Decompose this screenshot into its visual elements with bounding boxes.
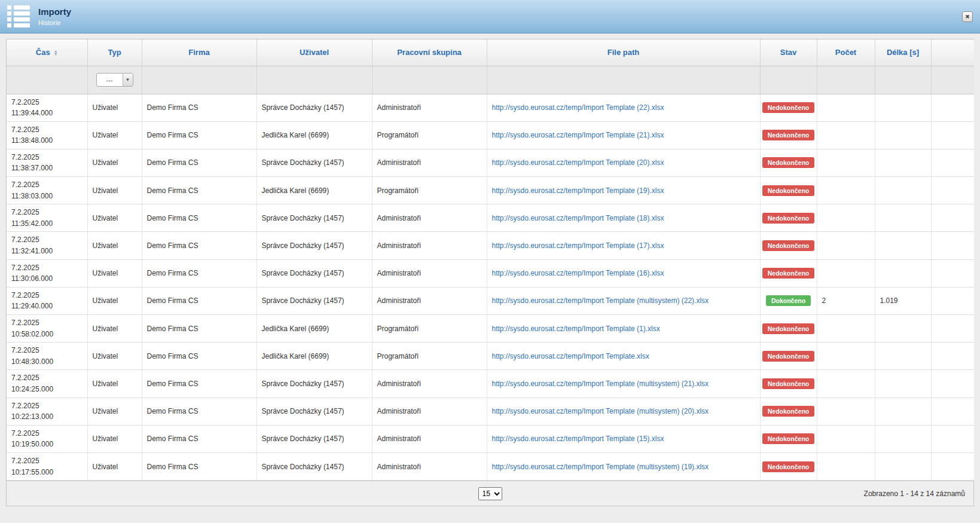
cell-pocet: 2 bbox=[817, 287, 875, 314]
cell-cas: 7.2.202511:38:37.000 bbox=[7, 149, 87, 176]
list-menu-icon[interactable] bbox=[7, 5, 30, 28]
column-header-delka[interactable]: Délka [s] bbox=[875, 39, 931, 66]
cell-skupina: Programátoři bbox=[372, 342, 487, 370]
cell-typ: Uživatel bbox=[87, 121, 142, 149]
file-path-link[interactable]: http://sysdo.eurosat.cz/temp/Import Temp… bbox=[492, 407, 709, 415]
header-bar: Importy Historie ✖ bbox=[0, 0, 980, 33]
sort-icons: ▲▼ bbox=[54, 50, 58, 56]
cell-spacer bbox=[931, 232, 974, 259]
column-header-cas[interactable]: Čas ▲▼ bbox=[7, 39, 87, 66]
cell-pocet bbox=[817, 204, 875, 232]
filter-row: --- ▼ bbox=[7, 66, 974, 94]
column-label: Čas bbox=[36, 48, 50, 57]
cell-firma: Demo Firma CS bbox=[142, 94, 257, 121]
cell-delka bbox=[875, 397, 931, 425]
column-header-uzivatel[interactable]: Uživatel bbox=[257, 39, 372, 66]
cell-skupina: Administratoři bbox=[372, 94, 487, 121]
cell-uzivatel: Jedlička Karel (6699) bbox=[257, 177, 372, 204]
cell-uzivatel: Správce Docházky (1457) bbox=[257, 425, 372, 452]
cell-skupina: Programátoři bbox=[372, 315, 487, 342]
column-header-typ[interactable]: Typ bbox=[87, 39, 142, 66]
file-path-link[interactable]: http://sysdo.eurosat.cz/temp/Import Temp… bbox=[492, 352, 649, 360]
table-row: 7.2.202511:32:41.000UživatelDemo Firma C… bbox=[7, 232, 974, 259]
column-header-file-path[interactable]: File path bbox=[487, 39, 760, 66]
file-path-link[interactable]: http://sysdo.eurosat.cz/temp/Import Temp… bbox=[492, 269, 664, 277]
table-row: 7.2.202511:35:42.000UživatelDemo Firma C… bbox=[7, 204, 974, 232]
cell-skupina: Administratoři bbox=[372, 259, 487, 287]
cell-file-path: http://sysdo.eurosat.cz/temp/Import Temp… bbox=[487, 425, 760, 452]
cell-pocet bbox=[817, 370, 875, 397]
cell-uzivatel: Správce Docházky (1457) bbox=[257, 232, 372, 259]
cell-file-path: http://sysdo.eurosat.cz/temp/Import Temp… bbox=[487, 204, 760, 232]
cell-stav: Nedokončeno bbox=[760, 397, 817, 425]
column-header-pracovni-skupina[interactable]: Pracovní skupina bbox=[372, 39, 487, 66]
cell-typ: Uživatel bbox=[87, 342, 142, 370]
records-summary: Zobrazeno 1 - 14 z 14 záznamů bbox=[864, 490, 973, 498]
cell-pocet bbox=[817, 121, 875, 149]
cell-skupina: Administratoři bbox=[372, 397, 487, 425]
table-row: 7.2.202511:38:37.000UživatelDemo Firma C… bbox=[7, 149, 974, 176]
cell-pocet bbox=[817, 425, 875, 452]
file-path-link[interactable]: http://sysdo.eurosat.cz/temp/Import Temp… bbox=[492, 214, 664, 222]
file-path-link[interactable]: http://sysdo.eurosat.cz/temp/Import Temp… bbox=[492, 241, 664, 250]
column-header-spacer bbox=[931, 39, 974, 66]
page-size-select[interactable]: 15 bbox=[478, 487, 502, 500]
table-row: 7.2.202510:19:50.000UživatelDemo Firma C… bbox=[7, 425, 974, 452]
cell-delka bbox=[875, 452, 931, 480]
cell-spacer bbox=[931, 397, 974, 425]
status-badge: Nedokončeno bbox=[762, 213, 814, 224]
close-button[interactable]: ✖ bbox=[962, 11, 973, 22]
file-path-link[interactable]: http://sysdo.eurosat.cz/temp/Import Temp… bbox=[492, 296, 709, 305]
cell-delka bbox=[875, 315, 931, 342]
status-badge: Nedokončeno bbox=[762, 130, 814, 140]
file-path-link[interactable]: http://sysdo.eurosat.cz/temp/Import Temp… bbox=[492, 435, 664, 443]
file-path-link[interactable]: http://sysdo.eurosat.cz/temp/Import Temp… bbox=[492, 325, 660, 333]
file-path-link[interactable]: http://sysdo.eurosat.cz/temp/Import Temp… bbox=[492, 103, 664, 112]
cell-stav: Nedokončeno bbox=[760, 315, 817, 342]
table-row: 7.2.202511:38:03.000UživatelDemo Firma C… bbox=[7, 177, 974, 204]
cell-skupina: Administratoři bbox=[372, 370, 487, 397]
cell-spacer bbox=[931, 287, 974, 314]
cell-uzivatel: Správce Docházky (1457) bbox=[257, 149, 372, 176]
cell-file-path: http://sysdo.eurosat.cz/temp/Import Temp… bbox=[487, 452, 760, 480]
typ-filter-select[interactable]: --- ▼ bbox=[96, 73, 133, 87]
table-row: 7.2.202510:48:30.000UživatelDemo Firma C… bbox=[7, 342, 974, 370]
cell-spacer bbox=[931, 94, 974, 121]
typ-filter-value: --- bbox=[97, 74, 123, 86]
cell-skupina: Administratoři bbox=[372, 149, 487, 176]
file-path-link[interactable]: http://sysdo.eurosat.cz/temp/Import Temp… bbox=[492, 380, 709, 388]
file-path-link[interactable]: http://sysdo.eurosat.cz/temp/Import Temp… bbox=[492, 158, 664, 167]
cell-firma: Demo Firma CS bbox=[142, 397, 257, 425]
column-header-stav[interactable]: Stav bbox=[760, 39, 817, 66]
cell-pocet bbox=[817, 315, 875, 342]
cell-skupina: Administratoři bbox=[372, 425, 487, 452]
cell-spacer bbox=[931, 121, 974, 149]
status-badge: Nedokončeno bbox=[762, 185, 814, 196]
file-path-link[interactable]: http://sysdo.eurosat.cz/temp/Import Temp… bbox=[492, 131, 664, 139]
cell-stav: Nedokončeno bbox=[760, 177, 817, 204]
table-row: 7.2.202510:58:02.000UživatelDemo Firma C… bbox=[7, 315, 974, 342]
cell-typ: Uživatel bbox=[87, 315, 142, 342]
filter-cell-typ: --- ▼ bbox=[87, 66, 142, 94]
cell-stav: Nedokončeno bbox=[760, 94, 817, 121]
cell-stav: Nedokončeno bbox=[760, 204, 817, 232]
cell-typ: Uživatel bbox=[87, 259, 142, 287]
file-path-link[interactable]: http://sysdo.eurosat.cz/temp/Import Temp… bbox=[492, 463, 709, 471]
table-row: 7.2.202510:17:55.000UživatelDemo Firma C… bbox=[7, 452, 974, 480]
cell-cas: 7.2.202511:30:06.000 bbox=[7, 259, 87, 287]
cell-uzivatel: Správce Docházky (1457) bbox=[257, 370, 372, 397]
column-header-pocet[interactable]: Počet bbox=[817, 39, 875, 66]
cell-typ: Uživatel bbox=[87, 94, 142, 121]
cell-typ: Uživatel bbox=[87, 452, 142, 480]
cell-stav: Nedokončeno bbox=[760, 452, 817, 480]
status-badge: Nedokončeno bbox=[762, 378, 814, 389]
cell-firma: Demo Firma CS bbox=[142, 149, 257, 176]
table-row: 7.2.202511:30:06.000UživatelDemo Firma C… bbox=[7, 259, 974, 287]
file-path-link[interactable]: http://sysdo.eurosat.cz/temp/Import Temp… bbox=[492, 186, 664, 195]
cell-cas: 7.2.202510:22:13.000 bbox=[7, 397, 87, 425]
column-header-firma[interactable]: Firma bbox=[142, 39, 257, 66]
cell-spacer bbox=[931, 425, 974, 452]
cell-spacer bbox=[931, 370, 974, 397]
table-row: 7.2.202511:39:44.000UživatelDemo Firma C… bbox=[7, 94, 974, 121]
cell-skupina: Administratoři bbox=[372, 204, 487, 232]
